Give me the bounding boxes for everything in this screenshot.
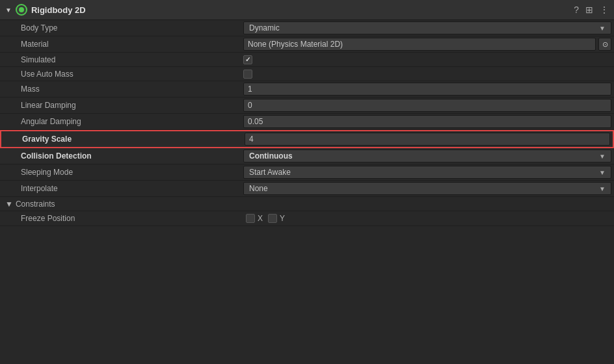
interpolate-dropdown-arrow: ▼ <box>599 185 606 192</box>
sleeping-mode-value: Start Awake ▼ <box>241 164 614 180</box>
body-type-row: Body Type Dynamic ▼ <box>0 20 614 36</box>
sleeping-dropdown-arrow: ▼ <box>599 169 606 176</box>
interpolate-value: None ▼ <box>241 181 614 196</box>
angular-damping-field[interactable]: 0.05 <box>243 115 611 128</box>
freeze-x-group: X <box>246 214 263 223</box>
header-left: ▼ Rigidbody 2D <box>5 4 570 16</box>
interpolate-row: Interpolate None ▼ <box>0 181 614 197</box>
linear-damping-label: Linear Damping <box>0 99 241 112</box>
sleeping-mode-dropdown[interactable]: Start Awake ▼ <box>243 166 611 179</box>
interpolate-label: Interpolate <box>0 182 241 195</box>
constraints-arrow[interactable]: ▼ <box>5 200 13 209</box>
gravity-scale-text: 4 <box>249 135 254 144</box>
sleeping-mode-label: Sleeping Mode <box>0 166 241 179</box>
freeze-position-label: Freeze Position <box>0 212 241 225</box>
gravity-scale-row: Gravity Scale 4 <box>0 130 614 148</box>
component-icon <box>16 4 27 16</box>
constraints-row: ▼ Constraints <box>0 197 614 211</box>
simulated-label: Simulated <box>0 53 241 66</box>
help-icon[interactable]: ? <box>574 5 579 15</box>
freeze-y-label: Y <box>280 214 285 223</box>
body-type-value: Dynamic ▼ <box>241 20 614 36</box>
gravity-scale-value: 4 <box>242 131 613 147</box>
linear-damping-value: 0 <box>241 98 614 113</box>
mass-value: 1 <box>241 81 614 97</box>
collision-detection-text: Continuous <box>249 151 293 161</box>
angular-damping-text: 0.05 <box>248 117 263 126</box>
simulated-checkbox[interactable] <box>243 55 252 64</box>
freeze-y-checkbox[interactable] <box>268 214 277 223</box>
constraints-label: ▼ Constraints <box>0 198 241 211</box>
interpolate-dropdown[interactable]: None ▼ <box>243 182 611 195</box>
collision-detection-value: Continuous ▼ <box>241 148 614 164</box>
collapse-arrow[interactable]: ▼ <box>5 6 12 14</box>
constraints-value <box>241 203 614 205</box>
auto-mass-row: Use Auto Mass <box>0 67 614 81</box>
material-target-icon[interactable]: ⊙ <box>598 38 611 51</box>
header-right: ? ⊞ ⋮ <box>574 5 609 15</box>
body-type-dropdown[interactable]: Dynamic ▼ <box>243 21 611 34</box>
angular-damping-row: Angular Damping 0.05 <box>0 114 614 130</box>
material-label: Material <box>0 38 241 51</box>
body-type-text: Dynamic <box>249 23 280 32</box>
linear-damping-text: 0 <box>248 101 252 110</box>
component-title: Rigidbody 2D <box>31 5 86 15</box>
mass-text: 1 <box>248 84 252 94</box>
angular-damping-label: Angular Damping <box>0 115 241 128</box>
freeze-value-container: X Y <box>243 213 611 224</box>
collision-detection-dropdown[interactable]: Continuous ▼ <box>243 150 611 162</box>
gravity-scale-label: Gravity Scale <box>1 133 242 146</box>
mass-row: Mass 1 <box>0 81 614 98</box>
collision-dropdown-arrow: ▼ <box>599 153 606 160</box>
material-field[interactable]: None (Physics Material 2D) <box>243 38 596 51</box>
properties-container: Body Type Dynamic ▼ Material None (Physi… <box>0 20 614 226</box>
freeze-y-group: Y <box>268 214 285 223</box>
component-header: ▼ Rigidbody 2D ? ⊞ ⋮ <box>0 0 614 20</box>
linear-damping-row: Linear Damping 0 <box>0 98 614 114</box>
mass-label: Mass <box>0 83 241 96</box>
auto-mass-checkbox[interactable] <box>243 70 252 79</box>
gravity-scale-field[interactable]: 4 <box>245 133 610 146</box>
sleeping-mode-text: Start Awake <box>249 168 291 177</box>
material-text: None (Physics Material 2D) <box>248 40 343 49</box>
collision-detection-row: Collision Detection Continuous ▼ <box>0 148 614 164</box>
material-value-container: None (Physics Material 2D) ⊙ <box>241 36 614 52</box>
angular-damping-value: 0.05 <box>241 114 614 129</box>
auto-mass-value <box>241 68 614 80</box>
simulated-row: Simulated <box>0 53 614 67</box>
body-type-label: Body Type <box>0 21 241 34</box>
sleeping-mode-row: Sleeping Mode Start Awake ▼ <box>0 164 614 181</box>
freeze-x-label: X <box>258 214 263 223</box>
collision-detection-label: Collision Detection <box>0 150 241 162</box>
simulated-value <box>241 54 614 66</box>
interpolate-text: None <box>249 184 268 193</box>
material-row: Material None (Physics Material 2D) ⊙ <box>0 36 614 53</box>
rigidbody2d-panel: ▼ Rigidbody 2D ? ⊞ ⋮ Body Type Dynamic ▼… <box>0 0 614 226</box>
material-row-value: None (Physics Material 2D) ⊙ <box>243 38 611 51</box>
mass-field[interactable]: 1 <box>243 83 611 96</box>
auto-mass-label: Use Auto Mass <box>0 68 241 81</box>
more-icon[interactable]: ⋮ <box>600 5 609 15</box>
linear-damping-field[interactable]: 0 <box>243 99 611 112</box>
constraints-text: Constraints <box>16 200 55 209</box>
freeze-x-checkbox[interactable] <box>246 214 255 223</box>
dropdown-arrow: ▼ <box>599 25 606 32</box>
settings-icon[interactable]: ⊞ <box>585 5 593 15</box>
constraints-section-header: ▼ Constraints <box>5 200 235 209</box>
freeze-position-value: X Y <box>241 211 614 226</box>
freeze-position-row: Freeze Position X Y <box>0 211 614 226</box>
